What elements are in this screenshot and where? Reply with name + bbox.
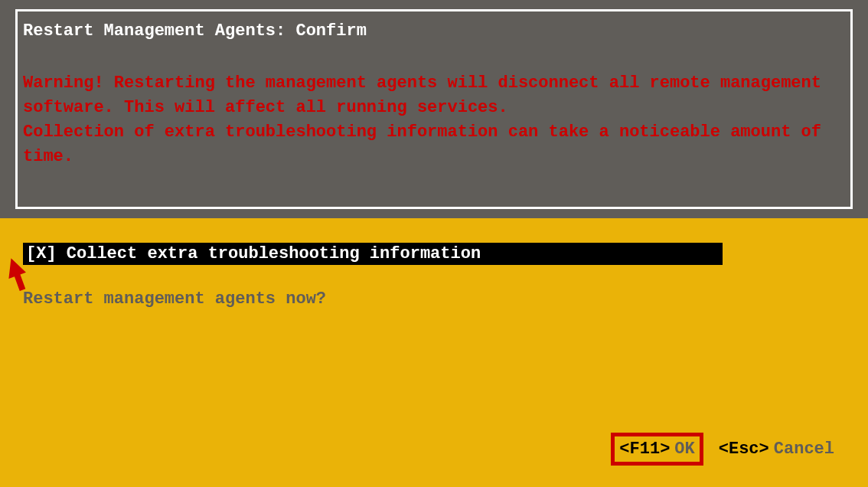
collect-troubleshooting-checkbox[interactable]: [X] Collect extra troubleshooting inform… xyxy=(23,243,723,265)
ok-key-hint: <F11> xyxy=(619,440,670,459)
ok-label: OK xyxy=(674,440,694,459)
confirm-prompt: Restart management agents now? xyxy=(23,289,845,309)
cancel-button[interactable]: <Esc> Cancel xyxy=(714,436,839,462)
dialog-header: Restart Management Agents: Confirm Warni… xyxy=(0,0,868,218)
button-bar: <F11> OK <Esc> Cancel xyxy=(611,433,839,466)
cancel-key-hint: <Esc> xyxy=(719,440,769,459)
dialog-border xyxy=(15,9,853,209)
cancel-label: Cancel xyxy=(774,440,834,459)
dialog-body: [X] Collect extra troubleshooting inform… xyxy=(0,218,868,487)
ok-button[interactable]: <F11> OK xyxy=(611,433,703,466)
